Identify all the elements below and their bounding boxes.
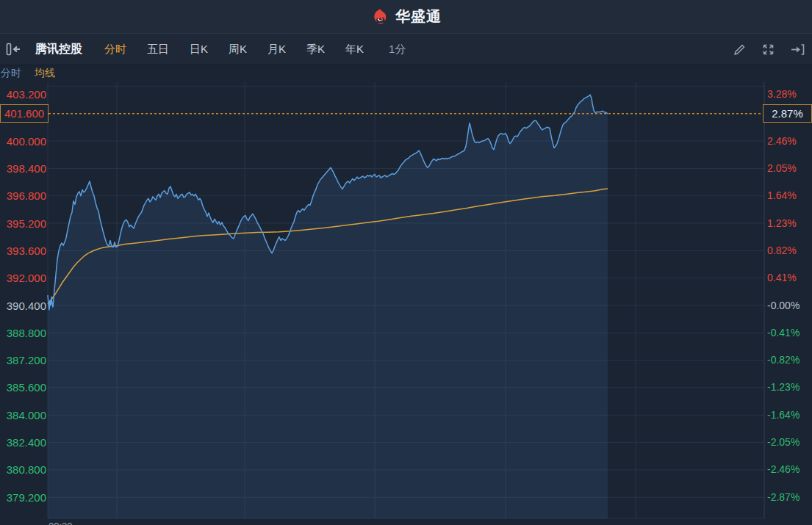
stock-name[interactable]: 腾讯控股 xyxy=(35,42,82,57)
chart-toolbar: 腾讯控股 分时五日日K周K月K季K年K 1分 xyxy=(0,34,812,65)
percent-axis-label: -2.46% xyxy=(767,463,800,477)
period-tabs: 分时五日日K周K月K季K年K xyxy=(104,43,364,57)
fullscreen-expand-icon[interactable] xyxy=(761,43,775,57)
percent-axis-label: 0.41% xyxy=(767,271,797,285)
percent-axis-label: 1.64% xyxy=(767,189,797,203)
tab-五日[interactable]: 五日 xyxy=(147,43,169,57)
price-axis-label: 392.000 xyxy=(0,271,46,285)
tab-月K[interactable]: 月K xyxy=(267,43,286,57)
price-axis-label: 379.200 xyxy=(0,490,46,504)
price-axis-label: 384.000 xyxy=(0,408,46,422)
expand-panel-right-icon[interactable] xyxy=(790,43,805,57)
price-axis-label: 385.600 xyxy=(0,380,46,394)
app-title: 华盛通 xyxy=(395,7,442,26)
price-axis-label: 382.400 xyxy=(0,435,46,449)
price-axis-label: 390.400 xyxy=(0,299,46,313)
percent-axis-label: -1.23% xyxy=(767,380,800,394)
app-logo-flame-icon xyxy=(370,7,389,26)
percent-axis-label: -0.41% xyxy=(767,326,800,340)
price-axis-label: 398.400 xyxy=(0,162,46,175)
percent-axis-label: 0.82% xyxy=(767,244,797,258)
percent-axis-label: 3.28% xyxy=(767,87,797,101)
tab-日K[interactable]: 日K xyxy=(190,43,208,57)
percent-axis-label: -0.82% xyxy=(767,353,800,367)
tab-年K[interactable]: 年K xyxy=(345,43,364,57)
price-axis-label: 400.000 xyxy=(0,134,46,148)
percent-axis-label: 2.05% xyxy=(767,162,797,175)
time-axis-first-label: 09:30 xyxy=(48,521,73,525)
price-axis-label: 403.200 xyxy=(0,87,46,101)
intraday-chart: 分时均线 403.200400.000398.400396.800395.200… xyxy=(0,65,812,525)
price-axis-label: 396.800 xyxy=(0,189,46,203)
collapse-panel-left-icon[interactable] xyxy=(6,42,22,57)
tab-周K[interactable]: 周K xyxy=(229,43,247,57)
app-header: 华盛通 xyxy=(0,0,812,34)
draw-pencil-icon[interactable] xyxy=(733,43,747,57)
price-axis-label: 395.200 xyxy=(0,217,46,231)
interval-selector-label: 1分 xyxy=(389,43,406,57)
price-axis-label: 388.800 xyxy=(0,326,46,340)
toolbar-right-icons xyxy=(733,43,805,57)
chart-canvas[interactable] xyxy=(0,65,812,525)
price-axis-label: 393.600 xyxy=(0,244,46,258)
price-axis-label: 380.800 xyxy=(0,463,46,477)
percent-axis-label: -2.87% xyxy=(767,490,800,504)
price-axis-label: 387.200 xyxy=(0,353,46,367)
percent-axis-label: 2.46% xyxy=(767,134,797,148)
interval-selector[interactable]: 1分 xyxy=(389,43,420,57)
percent-axis-label: -2.05% xyxy=(767,435,800,449)
tab-分时[interactable]: 分时 xyxy=(104,43,126,57)
percent-axis-label: -0.00% xyxy=(767,299,800,313)
percent-axis-label: -1.64% xyxy=(767,408,800,422)
current-change-percent-label: 2.87% xyxy=(763,104,812,123)
tab-季K[interactable]: 季K xyxy=(306,43,325,57)
current-price-label: 401.600 xyxy=(0,104,48,123)
percent-axis-label: 1.23% xyxy=(767,217,797,231)
